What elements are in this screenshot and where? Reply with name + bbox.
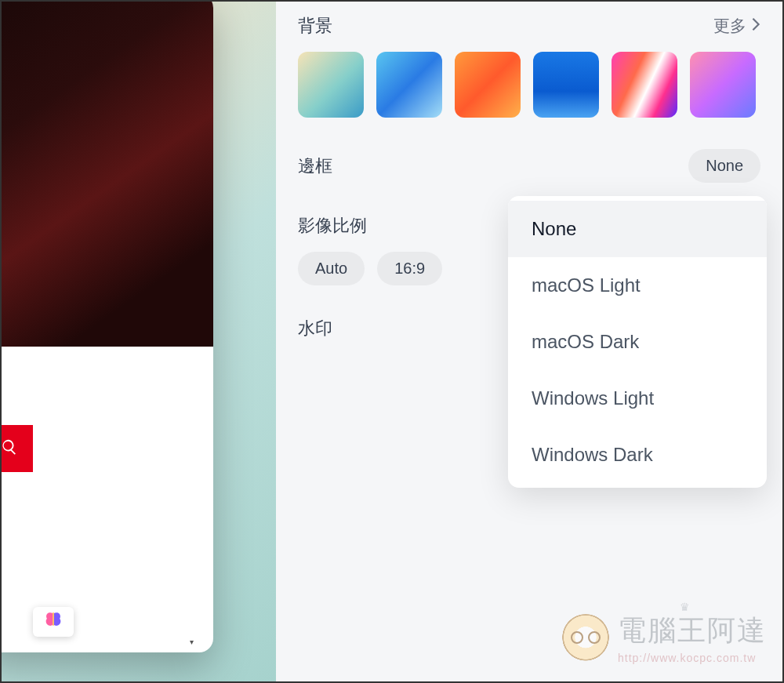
- aspect-title: 影像比例: [298, 216, 367, 235]
- bg-swatch-2[interactable]: [376, 52, 442, 118]
- bg-swatch-4[interactable]: [533, 52, 599, 118]
- more-label: 更多: [713, 15, 746, 37]
- preview-pane: ▾: [2, 2, 276, 681]
- border-dropdown: None macOS Light macOS Dark Windows Ligh…: [508, 196, 767, 488]
- bg-swatch-6[interactable]: [690, 52, 756, 118]
- search-icon: [2, 438, 18, 459]
- settings-pane: 背景 更多 邊框 None 影像比例 Auto: [276, 2, 782, 681]
- watermark-title: 水印: [298, 317, 332, 340]
- border-option-none[interactable]: None: [508, 201, 767, 257]
- brand-face-icon: [561, 614, 610, 663]
- background-swatches: [298, 52, 760, 118]
- border-option-win-dark[interactable]: Windows Dark: [508, 427, 767, 483]
- border-option-mac-dark[interactable]: macOS Dark: [508, 314, 767, 370]
- aspect-option-169[interactable]: 16:9: [377, 252, 442, 285]
- preview-card: ▾: [2, 2, 213, 652]
- border-value-pill[interactable]: None: [688, 149, 760, 183]
- preview-image: [2, 2, 213, 347]
- aspect-option-auto[interactable]: Auto: [298, 252, 365, 285]
- background-more-link[interactable]: 更多: [713, 15, 760, 37]
- border-title: 邊框: [298, 154, 332, 178]
- caret-down-icon: ▾: [190, 638, 194, 646]
- bg-swatch-1[interactable]: [298, 52, 364, 118]
- crown-icon: ♛: [680, 601, 690, 613]
- bg-swatch-5[interactable]: [612, 52, 677, 118]
- bg-swatch-3[interactable]: [455, 52, 521, 118]
- brain-icon: [43, 610, 64, 634]
- brand-watermark: 電腦王阿達 ♛ http://www.kocpc.com.tw: [561, 612, 767, 664]
- chevron-right-icon: [751, 16, 760, 35]
- brand-url: http://www.kocpc.com.tw: [618, 652, 767, 664]
- background-title: 背景: [298, 14, 332, 38]
- border-option-mac-light[interactable]: macOS Light: [508, 257, 767, 314]
- brain-chip[interactable]: [33, 607, 74, 637]
- search-button[interactable]: [2, 425, 33, 472]
- border-option-win-light[interactable]: Windows Light: [508, 370, 767, 427]
- brand-name: 電腦王阿達: [618, 612, 767, 650]
